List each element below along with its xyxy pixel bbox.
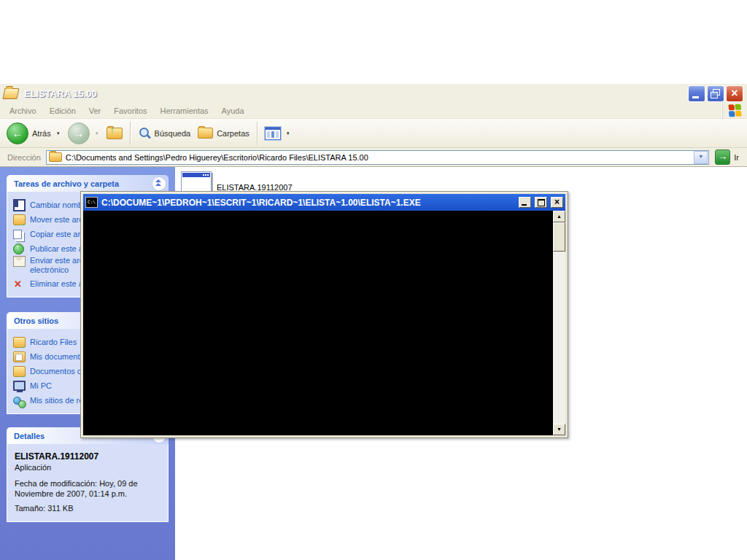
menu-favoritos[interactable]: Favoritos bbox=[107, 104, 153, 117]
address-path[interactable]: C:\Documents and Settings\Pedro Higuerey… bbox=[66, 153, 694, 162]
mail-icon bbox=[13, 256, 26, 267]
console-minimize-button[interactable] bbox=[519, 197, 531, 208]
toolbar-separator bbox=[257, 122, 258, 145]
console-output[interactable]: ▲ ▼ bbox=[83, 211, 565, 435]
copy-icon bbox=[13, 230, 22, 239]
console-scrollbar[interactable]: ▲ ▼ bbox=[553, 211, 565, 435]
console-icon: C:\ bbox=[85, 197, 98, 208]
details-modified: Fecha de modificación: Hoy, 09 de Noviem… bbox=[15, 478, 159, 499]
menu-ver[interactable]: Ver bbox=[82, 104, 108, 117]
up-button[interactable]: ↑ bbox=[103, 120, 126, 147]
scroll-up-icon[interactable]: ▲ bbox=[553, 211, 565, 222]
scrollbar-thumb[interactable] bbox=[553, 222, 565, 252]
views-dropdown-icon[interactable]: ▼ bbox=[286, 131, 290, 136]
folders-button[interactable]: Carpetas bbox=[194, 120, 253, 147]
go-label: Ir bbox=[734, 153, 739, 162]
menu-edicion[interactable]: Edición bbox=[43, 104, 82, 117]
back-arrow-icon: ← bbox=[7, 122, 28, 144]
details-file-type: Aplicación bbox=[15, 463, 162, 472]
explorer-titlebar[interactable]: ELISTARA 15.00 bbox=[0, 84, 747, 103]
scroll-down-icon[interactable]: ▼ bbox=[553, 424, 565, 435]
forward-arrow-icon: → bbox=[68, 122, 90, 144]
delete-icon: ✕ bbox=[13, 279, 23, 289]
toolbar: ← Atrás ▼ → ▼ ↑ Búsqueda Carpetas bbox=[0, 119, 747, 148]
folder-icon bbox=[13, 337, 26, 348]
console-title: C:\DOCUME~1\PEDROH~1\ESCRIT~1\RICARD~1\E… bbox=[101, 198, 515, 208]
desktop: ELISTARA 15.00 Archivo Edición Ver Favor… bbox=[0, 0, 747, 560]
search-button[interactable]: Búsqueda bbox=[134, 120, 195, 147]
details-file-name: ELISTARA.19112007 bbox=[15, 451, 162, 462]
console-window[interactable]: C:\ C:\DOCUME~1\PEDROH~1\ESCRIT~1\RICARD… bbox=[80, 191, 568, 438]
details-panel: Detalles ELISTARA.19112007 Aplicación Fe… bbox=[7, 427, 169, 522]
folders-icon bbox=[198, 128, 213, 139]
restore-button[interactable] bbox=[707, 85, 724, 102]
rename-icon bbox=[13, 199, 26, 211]
console-close-button[interactable] bbox=[551, 197, 563, 208]
address-folder-icon bbox=[49, 152, 62, 162]
network-places-icon bbox=[13, 397, 21, 405]
shared-documents-icon bbox=[13, 366, 26, 377]
address-label: Dirección bbox=[2, 153, 46, 162]
menu-bar: Archivo Edición Ver Favoritos Herramient… bbox=[0, 103, 747, 119]
back-button[interactable]: ← Atrás ▼ bbox=[3, 120, 64, 147]
folder-up-icon: ↑ bbox=[107, 128, 123, 139]
my-documents-icon bbox=[13, 351, 26, 362]
details-size: Tamaño: 311 KB bbox=[15, 504, 162, 513]
move-icon bbox=[13, 214, 26, 225]
back-dropdown-icon[interactable]: ▼ bbox=[56, 131, 61, 136]
toolbar-separator bbox=[130, 122, 131, 145]
collapse-chevron-icon[interactable] bbox=[152, 176, 166, 191]
search-icon bbox=[138, 127, 151, 140]
console-titlebar[interactable]: C:\ C:\DOCUME~1\PEDROH~1\ESCRIT~1\RICARD… bbox=[83, 194, 565, 211]
forward-button[interactable]: → ▼ bbox=[64, 120, 103, 147]
menu-ayuda[interactable]: Ayuda bbox=[215, 104, 251, 117]
address-bar: Dirección C:\Documents and Settings\Pedr… bbox=[0, 148, 747, 167]
file-item-elistara[interactable]: ELISTARA.19112007 bbox=[181, 171, 371, 192]
my-computer-icon bbox=[13, 381, 26, 391]
window-title: ELISTARA 15.00 bbox=[24, 88, 688, 99]
file-tasks-title: Tareas de archivo y carpeta bbox=[14, 179, 152, 188]
address-dropdown-button[interactable]: ▼ bbox=[694, 151, 708, 164]
address-input[interactable]: C:\Documents and Settings\Pedro Higuerey… bbox=[46, 150, 709, 165]
brand-area bbox=[722, 103, 747, 118]
file-tasks-header[interactable]: Tareas de archivo y carpeta bbox=[7, 175, 169, 192]
folder-open-icon bbox=[2, 88, 19, 99]
windows-logo-icon bbox=[729, 104, 742, 117]
menu-herramientas[interactable]: Herramientas bbox=[154, 104, 215, 117]
menu-archivo[interactable]: Archivo bbox=[3, 104, 43, 117]
go-arrow-icon: → bbox=[715, 149, 730, 165]
forward-dropdown-icon: ▼ bbox=[95, 131, 99, 136]
search-label: Búsqueda bbox=[155, 129, 191, 138]
minimize-button[interactable] bbox=[688, 85, 705, 102]
close-button[interactable] bbox=[726, 85, 743, 102]
folders-label: Carpetas bbox=[217, 129, 249, 138]
console-maximize-button[interactable] bbox=[535, 197, 547, 208]
views-button[interactable]: ▼ bbox=[261, 120, 294, 147]
views-icon bbox=[265, 127, 281, 140]
go-button[interactable]: → Ir bbox=[709, 149, 745, 165]
publish-icon bbox=[13, 244, 24, 254]
details-body: ELISTARA.19112007 Aplicación Fecha de mo… bbox=[7, 444, 169, 522]
application-file-icon bbox=[181, 171, 212, 192]
back-label: Atrás bbox=[32, 129, 51, 138]
